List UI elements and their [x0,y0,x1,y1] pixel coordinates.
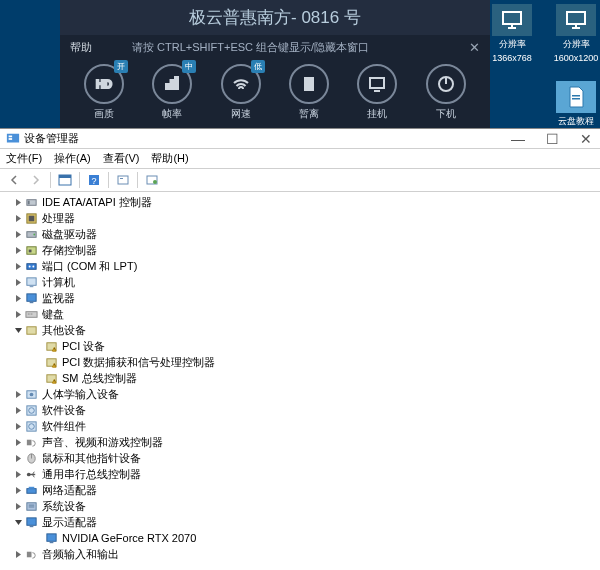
overlay-control-pause[interactable]: 暂离 [289,64,329,121]
overlay-control-quality[interactable]: 开HD画质 [84,64,124,121]
expand-icon[interactable] [12,230,24,239]
expand-icon[interactable] [12,294,24,303]
desktop-icon-resolution-1[interactable]: 分辨率 1366x768 [484,4,540,63]
control-label: 帧率 [162,107,182,121]
tree-node[interactable]: PCI 设备 [4,338,596,354]
tree-node[interactable]: 音频输入和输出 [4,546,596,562]
expand-icon[interactable] [12,246,24,255]
expand-icon[interactable] [12,502,24,511]
svg-rect-18 [59,175,71,178]
overlay-control-hang[interactable]: 挂机 [357,64,397,121]
menu-help[interactable]: 帮助(H) [151,151,188,166]
expand-icon[interactable] [12,262,24,271]
desktop-sublabel: 1366x768 [492,53,532,63]
tree-node[interactable]: 处理器 [4,210,596,226]
tree-node[interactable]: 网络适配器 [4,482,596,498]
toolbar-back[interactable] [4,171,24,189]
monitor-icon [24,291,38,305]
tree-node[interactable]: 监视器 [4,290,596,306]
svg-rect-8 [305,78,308,90]
tree-node[interactable]: 通用串行总线控制器 [4,466,596,482]
help-link[interactable]: 帮助 [70,40,92,55]
keyboard-icon [24,307,38,321]
expand-icon[interactable] [12,454,24,463]
tree-node[interactable]: SM 总线控制器 [4,370,596,386]
toolbar-forward[interactable] [26,171,46,189]
tree-node[interactable]: 声音、视频和游戏控制器 [4,434,596,450]
tree-node[interactable]: 鼠标和其他指针设备 [4,450,596,466]
hid-icon [24,387,38,401]
tree-node[interactable]: 系统设备 [4,498,596,514]
expand-icon[interactable] [12,214,24,223]
control-label: 暂离 [299,107,319,121]
warn-icon [44,355,58,369]
computer-icon [24,275,38,289]
tree-node[interactable]: 端口 (COM 和 LPT) [4,258,596,274]
tree-node-label: 显示适配器 [42,514,97,530]
tree-node[interactable]: 显示适配器 [4,514,596,530]
close-button[interactable]: ✕ [578,132,594,146]
toolbar-refresh[interactable] [142,171,162,189]
control-label: 挂机 [367,107,387,121]
tree-node[interactable]: 计算机 [4,274,596,290]
shutdown-icon [426,64,466,104]
tree-node[interactable]: 软件组件 [4,418,596,434]
file-icon [556,81,596,113]
expand-icon[interactable] [12,406,24,415]
tree-node[interactable]: 存储控制器 [4,242,596,258]
expand-icon[interactable] [12,550,24,559]
tree-node[interactable]: NVIDIA GeForce RTX 2070 [4,530,596,546]
tree-node-label: 键盘 [42,306,64,322]
tree-node[interactable]: IDE ATA/ATAPI 控制器 [4,194,596,210]
maximize-button[interactable]: ☐ [544,132,560,146]
toolbar-scan[interactable] [113,171,133,189]
tree-node-label: 系统设备 [42,498,86,514]
expand-icon[interactable] [12,518,24,527]
expand-icon[interactable] [12,198,24,207]
overlay-hint-text: 请按 CTRL+SHIFT+ESC 组合键显示/隐藏本窗口 [132,40,369,55]
svg-rect-15 [9,135,13,137]
menu-file[interactable]: 文件(F) [6,151,42,166]
expand-icon[interactable] [12,278,24,287]
tree-node[interactable]: 磁盘驱动器 [4,226,596,242]
pause-icon [289,64,329,104]
tree-node[interactable]: 键盘 [4,306,596,322]
desktop-icon-tutorial[interactable]: 云盘教程 [548,81,600,128]
net-icon: 低 [221,64,261,104]
toolbar-show-hidden[interactable] [55,171,75,189]
menu-view[interactable]: 查看(V) [103,151,140,166]
tree-node-label: 人体学输入设备 [42,386,119,402]
tree-node[interactable]: PCI 数据捕获和信号处理控制器 [4,354,596,370]
expand-icon[interactable] [12,486,24,495]
expand-icon[interactable] [12,326,24,335]
tree-node[interactable]: 人体学输入设备 [4,386,596,402]
tree-node-label: 其他设备 [42,322,86,338]
window-title: 设备管理器 [24,131,79,146]
expand-icon[interactable] [12,438,24,447]
expand-icon[interactable] [12,470,24,479]
expand-icon[interactable] [12,390,24,399]
minimize-button[interactable]: ― [510,132,526,146]
storage-icon [24,243,38,257]
usb-icon [24,467,38,481]
overlay-control-net[interactable]: 低网速 [221,64,261,121]
close-icon[interactable]: ✕ [469,40,480,55]
menu-action[interactable]: 操作(A) [54,151,91,166]
tree-node[interactable]: 其他设备 [4,322,596,338]
expand-icon[interactable] [12,422,24,431]
tree-node-label: IDE ATA/ATAPI 控制器 [42,194,152,210]
desktop-icon-resolution-2[interactable]: 分辨率 1600x1200 [548,4,600,63]
toolbar-help[interactable]: ? [84,171,104,189]
device-tree[interactable]: IDE ATA/ATAPI 控制器处理器磁盘驱动器存储控制器端口 (COM 和 … [0,192,600,570]
svg-rect-5 [166,84,169,89]
tree-node-label: 网络适配器 [42,482,97,498]
overlay-control-fps[interactable]: 中帧率 [152,64,192,121]
cpu-icon [24,211,38,225]
tree-node[interactable]: 软件设备 [4,402,596,418]
expand-icon[interactable] [12,310,24,319]
disk-icon [24,227,38,241]
overlay-control-shutdown[interactable]: 下机 [426,64,466,121]
tree-node-label: PCI 设备 [62,338,105,354]
svg-rect-7 [175,77,178,89]
svg-rect-16 [9,138,13,140]
